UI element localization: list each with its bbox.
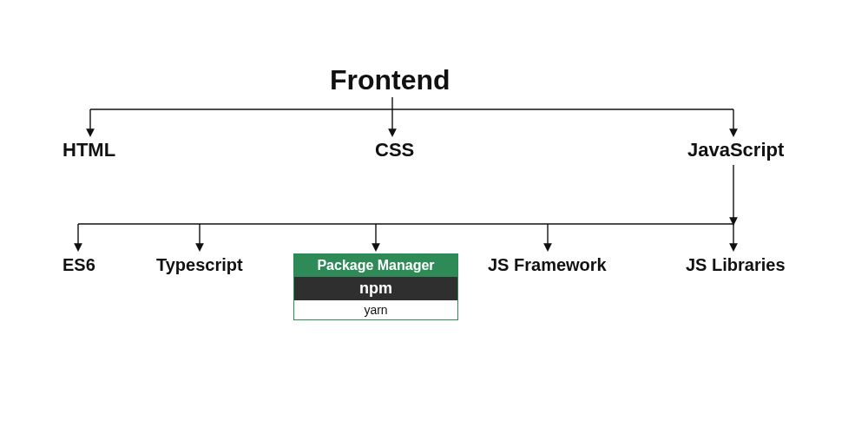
package-manager-npm: npm: [294, 277, 457, 300]
package-manager-header: Package Manager: [294, 254, 457, 277]
package-manager-yarn: yarn: [294, 300, 457, 319]
node-package-manager-box: Package Manager npm yarn: [293, 253, 458, 320]
node-js-framework: JS Framework: [488, 255, 607, 275]
diagram-title: Frontend: [330, 64, 450, 96]
node-css: CSS: [375, 139, 414, 161]
node-es6: ES6: [62, 255, 95, 275]
node-js-libraries: JS Libraries: [686, 255, 786, 275]
node-javascript: JavaScript: [687, 139, 784, 161]
node-typescript: Typescript: [156, 255, 243, 275]
diagram-canvas: Frontend HTML CSS JavaScript ES6 Typescr…: [0, 0, 868, 434]
node-html: HTML: [62, 139, 115, 161]
